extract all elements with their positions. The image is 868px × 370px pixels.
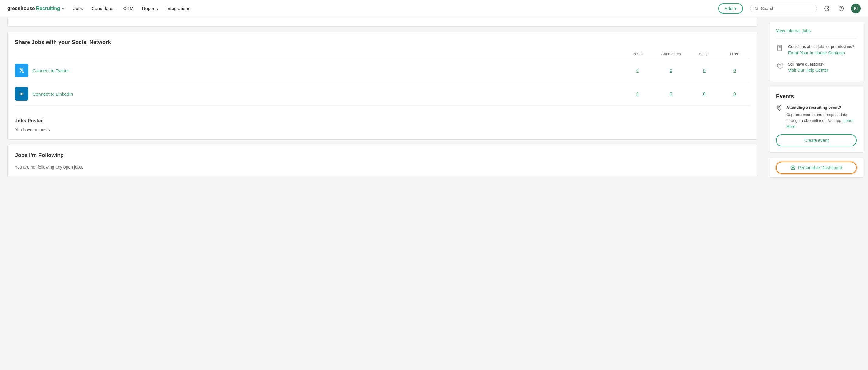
- view-internal-jobs-link[interactable]: View Internal Jobs: [776, 28, 857, 33]
- jobs-following-card: Jobs I'm Following You are not following…: [7, 145, 757, 177]
- chevron-down-icon: ▾: [62, 6, 64, 11]
- jobs-following-empty: You are not following any open jobs.: [15, 165, 750, 169]
- search-bar[interactable]: [750, 5, 817, 12]
- event-content: Attending a recruiting event? Capture re…: [776, 104, 857, 129]
- col-active: Active: [689, 52, 719, 56]
- twitter-hired[interactable]: 0: [719, 68, 750, 73]
- divider: [776, 38, 857, 38]
- svg-point-9: [777, 63, 783, 68]
- svg-point-2: [826, 8, 828, 9]
- nav-jobs[interactable]: Jobs: [73, 5, 83, 12]
- questions-text-block: Questions about jobs or permissions? Ema…: [788, 44, 854, 55]
- main-content: Share Jobs with your Social Network Post…: [0, 17, 765, 370]
- nav-reports[interactable]: Reports: [142, 5, 158, 12]
- share-jobs-card: Share Jobs with your Social Network Post…: [7, 32, 757, 140]
- email-contacts-link[interactable]: Email Your In-House Contacts: [788, 51, 854, 55]
- logo-greenhouse: greenhouse: [7, 6, 35, 11]
- table-row: 𝕏 Connect to Twitter 0 0 0 0: [15, 59, 750, 82]
- help-button[interactable]: [836, 4, 846, 13]
- share-jobs-title: Share Jobs with your Social Network: [15, 39, 750, 45]
- linkedin-platform: in Connect to LinkedIn: [15, 87, 622, 100]
- jobs-following-title: Jobs I'm Following: [15, 152, 750, 159]
- linkedin-hired[interactable]: 0: [719, 91, 750, 96]
- twitter-candidates[interactable]: 0: [653, 68, 689, 73]
- social-table-header: Posts Candidates Active Hired: [15, 52, 750, 59]
- add-button[interactable]: Add ▾: [718, 3, 743, 14]
- main-layout: Share Jobs with your Social Network Post…: [0, 17, 868, 370]
- event-title-text: Attending a recruiting event?: [786, 104, 857, 111]
- table-row: in Connect to LinkedIn 0 0 0 0: [15, 82, 750, 106]
- personalize-dashboard-button[interactable]: Personalize Dashboard: [776, 162, 857, 174]
- sidebar: View Internal Jobs Questions about jobs …: [765, 17, 868, 370]
- nav-crm[interactable]: CRM: [123, 5, 133, 12]
- svg-point-12: [793, 167, 794, 168]
- logo[interactable]: greenhouse Recruiting ▾: [7, 6, 64, 11]
- linkedin-icon: in: [15, 87, 28, 100]
- twitter-platform: 𝕏 Connect to Twitter: [15, 64, 622, 77]
- nav-right: RI: [750, 4, 861, 13]
- top-navigation: greenhouse Recruiting ▾ Jobs Candidates …: [0, 0, 868, 17]
- col-candidates: Candidates: [653, 52, 689, 56]
- questions-label: Questions about jobs or permissions?: [788, 44, 854, 49]
- gear-icon: [824, 6, 830, 11]
- nav-links: Jobs Candidates CRM Reports Integrations: [73, 5, 718, 12]
- svg-line-1: [757, 9, 758, 10]
- event-description: Attending a recruiting event? Capture re…: [786, 104, 857, 129]
- avatar-button[interactable]: RI: [851, 4, 861, 13]
- help-text-block: Still have questions? Visit Our Help Cen…: [788, 61, 828, 73]
- logo-recruiting: Recruiting: [36, 6, 60, 11]
- add-chevron-icon: ▾: [734, 6, 737, 11]
- settings-button[interactable]: [822, 4, 832, 13]
- location-pin-icon: [776, 104, 783, 113]
- top-strip: [7, 17, 757, 27]
- question-mark-icon: [839, 6, 844, 11]
- events-card: Events Attending a recruiting event? Cap…: [770, 87, 863, 153]
- jobs-posted-empty: You have no posts: [15, 127, 750, 132]
- linkedin-candidates[interactable]: 0: [653, 91, 689, 96]
- questions-section: Questions about jobs or permissions? Ema…: [776, 41, 857, 58]
- nav-integrations[interactable]: Integrations: [166, 5, 190, 12]
- linkedin-posts[interactable]: 0: [622, 91, 653, 96]
- col-platform: [15, 52, 622, 56]
- gear-icon: [790, 165, 796, 170]
- connect-twitter-link[interactable]: Connect to Twitter: [32, 68, 69, 73]
- linkedin-active[interactable]: 0: [689, 91, 719, 96]
- search-input[interactable]: [761, 6, 812, 11]
- svg-point-0: [755, 7, 758, 9]
- personalize-card: Personalize Dashboard: [770, 158, 863, 178]
- help-circle-icon: [776, 61, 784, 70]
- connect-linkedin-link[interactable]: Connect to LinkedIn: [32, 91, 73, 97]
- jobs-posted-section: Jobs Posted You have no posts: [15, 112, 750, 132]
- jobs-posted-title: Jobs Posted: [15, 118, 750, 124]
- still-questions-label: Still have questions?: [788, 62, 824, 66]
- visit-help-center-link[interactable]: Visit Our Help Center: [788, 68, 828, 72]
- event-text-block: Attending a recruiting event? Capture re…: [786, 104, 857, 129]
- twitter-posts[interactable]: 0: [622, 68, 653, 73]
- document-icon: [776, 44, 784, 52]
- help-section: Still have questions? Visit Our Help Cen…: [776, 58, 857, 76]
- nav-candidates[interactable]: Candidates: [92, 5, 115, 12]
- twitter-active[interactable]: 0: [689, 68, 719, 73]
- svg-point-11: [779, 106, 780, 108]
- col-hired: Hired: [719, 52, 750, 56]
- col-posts: Posts: [622, 52, 653, 56]
- create-event-button[interactable]: Create event: [776, 134, 857, 147]
- personalize-label: Personalize Dashboard: [798, 165, 842, 170]
- events-title: Events: [776, 93, 857, 100]
- twitter-icon: 𝕏: [15, 64, 28, 77]
- search-icon: [755, 6, 758, 11]
- svg-rect-5: [778, 45, 782, 51]
- event-desc-text: Capture resume and prospect data through…: [786, 113, 847, 123]
- sidebar-info-card: View Internal Jobs Questions about jobs …: [770, 22, 863, 82]
- add-label: Add: [724, 6, 733, 11]
